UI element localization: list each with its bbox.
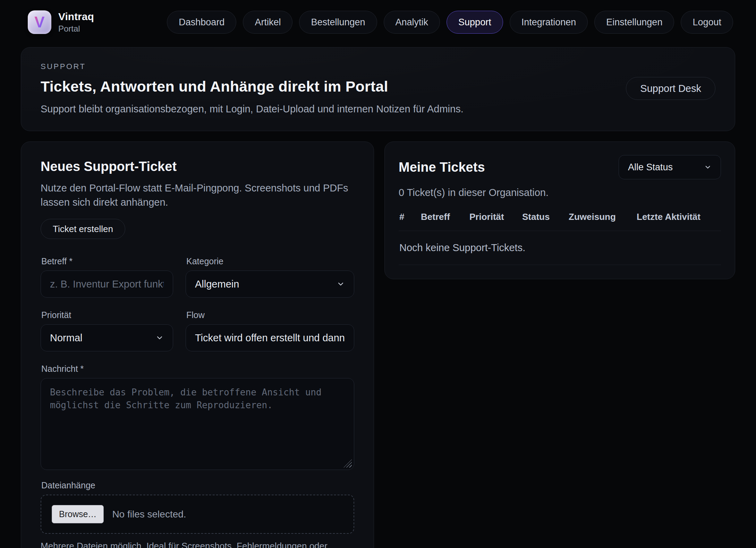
brand-logo-letter: V (34, 15, 44, 30)
file-dropzone[interactable]: Browse… No files selected. (41, 495, 354, 534)
category-group: Kategorie Allgemein (186, 256, 354, 298)
hero-text: SUPPORT Tickets, Antworten und Anhänge d… (41, 62, 464, 115)
subject-group: Betreff * (41, 256, 173, 298)
nav-bestellungen[interactable]: Bestellungen (299, 11, 377, 34)
nav-logout[interactable]: Logout (681, 11, 733, 34)
tickets-table: # Betreff Priorität Status Zuweisung Let… (399, 209, 721, 265)
new-ticket-card: Neues Support-Ticket Nutze den Portal-Fl… (21, 142, 374, 548)
message-group: Nachricht * (41, 364, 354, 470)
tickets-title: Meine Tickets (399, 160, 485, 175)
subject-input[interactable] (41, 271, 173, 298)
status-filter-value: Alle Status (628, 162, 673, 173)
flow-field[interactable]: Ticket wird offen erstellt und dann (186, 324, 354, 351)
category-value: Allgemein (195, 279, 239, 290)
nav-dashboard[interactable]: Dashboard (167, 11, 236, 34)
col-priority: Priorität (469, 212, 522, 222)
create-ticket-button[interactable]: Ticket erstellen (41, 219, 125, 239)
my-tickets-card: Meine Tickets Alle Status 0 Ticket(s) in… (384, 142, 735, 279)
col-assignment: Zuweisung (569, 212, 637, 222)
nav-einstellungen[interactable]: Einstellungen (594, 11, 674, 34)
main-nav: Dashboard Artikel Bestellungen Analytik … (167, 11, 733, 34)
priority-label: Priorität (41, 310, 173, 320)
message-textarea-wrap (41, 378, 354, 470)
browse-button[interactable]: Browse… (52, 505, 104, 523)
hero-subtitle: Support bleibt organisationsbezogen, mit… (41, 103, 464, 115)
col-last-activity: Letzte Aktivität (637, 212, 720, 222)
nav-analytik[interactable]: Analytik (384, 11, 440, 34)
chevron-down-icon (704, 163, 712, 171)
file-status-text: No files selected. (112, 509, 186, 520)
ticket-form-grid: Betreff * Kategorie Allgemein Priorität … (41, 256, 354, 351)
tickets-header: Meine Tickets Alle Status (399, 155, 721, 179)
col-number: # (399, 212, 421, 222)
divider (399, 265, 721, 265)
nav-support[interactable]: Support (447, 11, 503, 34)
new-ticket-description: Nutze den Portal-Flow statt E-Mail-Pingp… (41, 181, 354, 209)
nav-artikel[interactable]: Artikel (243, 11, 292, 34)
brand-logo-icon: V (28, 10, 51, 34)
flow-label: Flow (186, 310, 354, 320)
tickets-count-text: 0 Ticket(s) in dieser Organisation. (399, 187, 721, 198)
priority-select[interactable]: Normal (41, 324, 173, 351)
page-title: Tickets, Antworten und Anhänge direkt im… (41, 78, 464, 95)
priority-group: Priorität Normal (41, 310, 173, 351)
attachments-hint: Mehrere Dateien möglich. Ideal für Scree… (41, 541, 354, 548)
new-ticket-title: Neues Support-Ticket (41, 159, 354, 174)
col-subject: Betreff (421, 212, 469, 222)
attachments-group: Dateianhänge Browse… No files selected. … (41, 480, 354, 548)
brand: V Vintraq Portal (28, 10, 94, 34)
attachments-label: Dateianhänge (41, 480, 354, 490)
brand-text: Vintraq Portal (58, 11, 94, 34)
category-label: Kategorie (186, 256, 354, 266)
col-status: Status (522, 212, 569, 222)
nav-integrationen[interactable]: Integrationen (510, 11, 588, 34)
topbar: V Vintraq Portal Dashboard Artikel Beste… (0, 0, 756, 34)
support-desk-button[interactable]: Support Desk (626, 77, 715, 100)
subject-label: Betreff * (41, 256, 173, 266)
message-textarea[interactable] (41, 378, 354, 470)
hero-card: SUPPORT Tickets, Antworten und Anhänge d… (21, 47, 735, 131)
chevron-down-icon (155, 334, 164, 342)
priority-value: Normal (50, 332, 82, 344)
hero-eyebrow: SUPPORT (41, 62, 464, 71)
main-content: Neues Support-Ticket Nutze den Portal-Fl… (21, 142, 735, 548)
brand-name: Vintraq (58, 11, 94, 23)
tickets-table-header: # Betreff Priorität Status Zuweisung Let… (399, 209, 721, 231)
brand-subtitle: Portal (58, 24, 94, 34)
category-select[interactable]: Allgemein (186, 271, 354, 298)
flow-group: Flow Ticket wird offen erstellt und dann (186, 310, 354, 351)
chevron-down-icon (337, 280, 345, 288)
flow-value: Ticket wird offen erstellt und dann (195, 332, 345, 344)
message-label: Nachricht * (41, 364, 354, 374)
tickets-empty-text: Noch keine Support-Tickets. (399, 231, 721, 265)
status-filter-select[interactable]: Alle Status (619, 155, 721, 179)
